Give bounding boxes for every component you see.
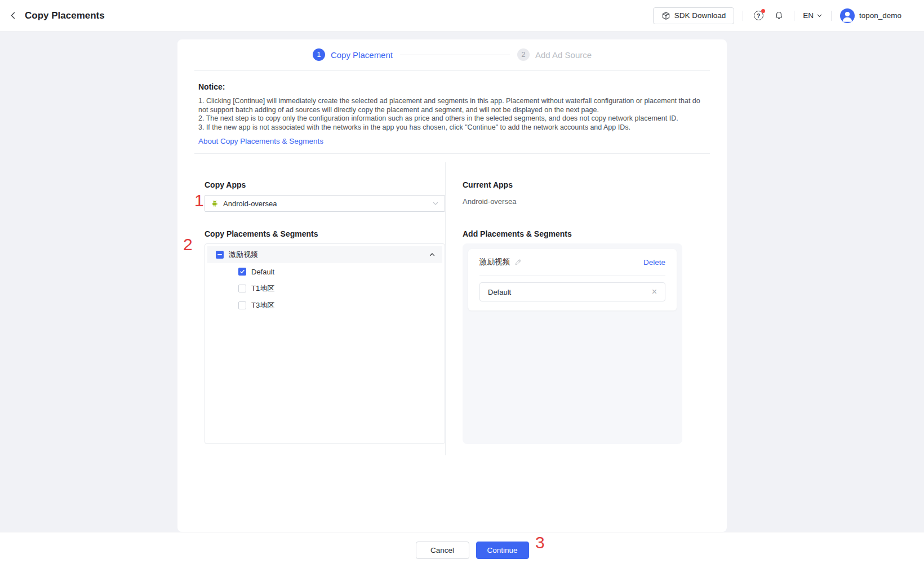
segments-list: Default × — [479, 276, 665, 310]
person-icon — [840, 8, 855, 23]
footer-actions: Cancel Continue — [416, 542, 529, 559]
header-divider — [794, 11, 794, 21]
chevron-up-icon — [429, 251, 436, 258]
continue-button[interactable]: Continue — [476, 542, 529, 559]
about-copy-placements-link[interactable]: About Copy Placements & Segments — [198, 137, 323, 145]
checkbox-unchecked[interactable] — [238, 285, 246, 292]
copy-placements-heading: Copy Placements & Segments — [205, 229, 445, 239]
placement-header-row: 激励视频 Delete — [479, 249, 665, 275]
step-1-circle: 1 — [313, 48, 325, 61]
remove-segment-button[interactable]: × — [652, 287, 657, 296]
back-button[interactable] — [7, 10, 19, 22]
current-app-value: Android-oversea — [463, 197, 682, 206]
delete-link[interactable]: Delete — [643, 258, 665, 267]
step-1-label: Copy Placement — [331, 50, 393, 60]
tree-item-label: T1地区 — [251, 283, 274, 294]
add-placements-heading: Add Placements & Segments — [463, 229, 682, 239]
step-copy-placement: 1 Copy Placement — [313, 48, 393, 61]
notice-section: Notice: 1. Clicking [Continue] will imme… — [177, 71, 727, 146]
checkbox-checked[interactable] — [238, 268, 246, 276]
notification-dot — [761, 9, 765, 13]
header-divider — [743, 11, 743, 21]
segment-row: Default × — [479, 282, 665, 301]
copy-apps-selected-value: Android-oversea — [223, 199, 277, 208]
copy-apps-select[interactable]: Android-oversea — [205, 195, 445, 212]
step-2-label: Add Ad Source — [535, 50, 592, 60]
add-placements-panel: 激励视频 Delete Default × — [463, 243, 682, 444]
checkbox-unchecked[interactable] — [238, 301, 246, 309]
language-label: EN — [803, 11, 814, 20]
package-icon — [661, 11, 670, 20]
current-apps-heading: Current Apps — [463, 180, 682, 190]
tree-item-t1[interactable]: T1地区 — [207, 280, 442, 297]
avatar — [840, 8, 855, 23]
tree-item-label: Default — [251, 268, 274, 276]
segment-label: Default — [488, 288, 511, 296]
step-add-ad-source: 2 Add Ad Source — [517, 48, 592, 61]
header-left: Copy Placements — [7, 10, 105, 22]
pencil-icon — [514, 258, 522, 266]
android-icon — [211, 199, 219, 207]
stepper: 1 Copy Placement 2 Add Ad Source — [177, 39, 727, 61]
chevron-down-icon — [432, 200, 439, 207]
page-background: 1 Copy Placement 2 Add Ad Source Notice:… — [0, 32, 924, 532]
stepper-connector — [400, 55, 510, 55]
tree-item-t3[interactable]: T3地区 — [207, 297, 442, 314]
page-title: Copy Placements — [25, 10, 105, 21]
header-right: SDK Download ? EN topon_demo — [653, 7, 901, 24]
sdk-download-label: SDK Download — [674, 11, 726, 20]
tree-item-label: T3地区 — [251, 300, 274, 310]
notice-line-2: 2. The next step is to copy only the con… — [198, 114, 708, 123]
chevron-down-icon — [816, 12, 823, 19]
help-button[interactable]: ? — [752, 9, 765, 23]
collapse-button[interactable] — [429, 251, 436, 258]
check-icon — [239, 269, 245, 274]
notice-heading: Notice: — [198, 82, 708, 91]
step-2-circle: 2 — [517, 48, 530, 61]
language-selector[interactable]: EN — [803, 11, 823, 20]
header-divider — [831, 11, 832, 21]
tree-group-label: 激励视频 — [229, 250, 258, 260]
right-column: Current Apps Android-oversea Add Placeme… — [446, 162, 682, 455]
sdk-download-button[interactable]: SDK Download — [653, 7, 735, 24]
edit-button[interactable] — [514, 258, 522, 266]
left-column: Copy Apps — [177, 162, 445, 455]
tree-item-default[interactable]: Default — [207, 263, 442, 280]
tree-group-row[interactable]: 激励视频 — [207, 246, 442, 263]
columns: Copy Apps — [177, 154, 727, 455]
cancel-button[interactable]: Cancel — [416, 542, 469, 559]
group-checkbox-indeterminate[interactable] — [216, 251, 224, 259]
notifications-button[interactable] — [772, 9, 785, 23]
footer-bar: Cancel Continue — [0, 532, 924, 568]
placements-tree: 激励视频 Default T1地区 — [205, 243, 445, 444]
bell-icon — [774, 11, 784, 20]
chevron-left-icon — [9, 11, 17, 20]
notice-line-1: 1. Clicking [Continue] will immediately … — [198, 97, 708, 114]
notice-line-3: 3. If the new app is not associated with… — [198, 123, 708, 132]
user-menu[interactable]: topon_demo — [840, 8, 901, 23]
placement-name: 激励视频 — [479, 257, 510, 267]
placement-card: 激励视频 Delete Default × — [468, 249, 677, 310]
username: topon_demo — [859, 11, 901, 20]
copy-apps-heading: Copy Apps — [205, 180, 445, 190]
main-card: 1 Copy Placement 2 Add Ad Source Notice:… — [177, 39, 727, 532]
header-bar: Copy Placements SDK Download ? EN topon_… — [0, 0, 924, 32]
